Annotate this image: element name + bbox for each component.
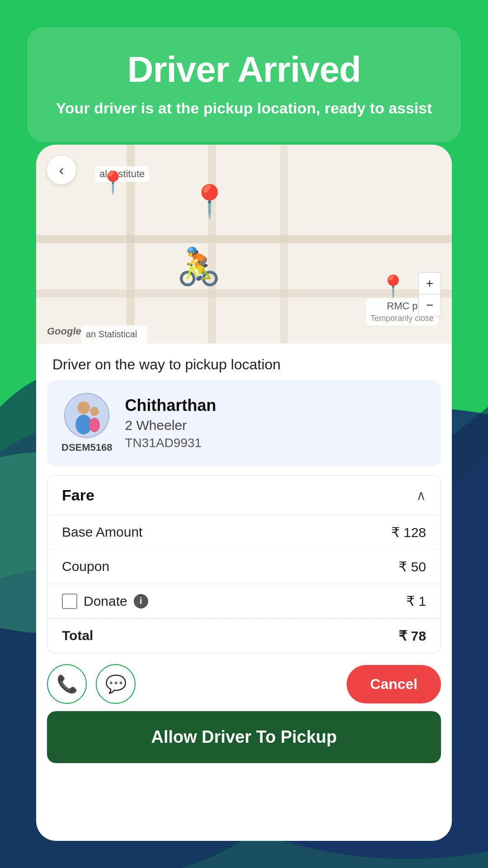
google-logo: Google [47,326,81,337]
back-button[interactable]: ‹ [47,156,76,184]
fare-row-donate: Donate i ₹ 1 [47,584,441,618]
driver-id: DSEM5168 [61,442,113,453]
donate-left: Donate i [62,594,148,609]
donate-checkbox[interactable] [62,594,77,609]
fare-title: Fare [62,486,94,504]
driver-map-figure: 🚴 [176,249,221,285]
donate-value: ₹ 1 [406,593,426,609]
fare-value-base: ₹ 128 [391,524,426,540]
fare-header: Fare ∧ [47,476,441,515]
fare-label-coupon: Coupon [62,559,109,575]
zoom-in-button[interactable]: + [419,273,441,294]
back-icon: ‹ [59,162,64,179]
status-text: Driver on the way to pickup location [36,344,452,380]
fare-row-coupon: Coupon ₹ 50 [47,550,441,584]
header-card: Driver Arrived Your driver is at the pic… [27,27,461,142]
fare-section: Fare ∧ Base Amount ₹ 128 Coupon ₹ 50 Don… [47,475,441,653]
total-label: Total [62,628,93,644]
message-icon: 💬 [105,674,127,694]
donate-label: Donate [84,594,127,609]
location-pin-left: 📍 [99,172,127,193]
driver-avatar-wrap: DSEM5168 [61,393,113,453]
fare-value-coupon: ₹ 50 [399,559,426,575]
map-area: ‹ al Institute an Statisticalhennai Cent… [36,145,452,344]
fare-label-base: Base Amount [62,524,142,540]
fare-chevron-icon[interactable]: ∧ [416,487,426,503]
header-subtitle: Your driver is at the pickup location, r… [54,98,434,119]
header-title: Driver Arrived [54,50,434,90]
cancel-button[interactable]: Cancel [347,665,441,703]
contact-buttons: 📞 💬 [47,664,136,704]
driver-info-card: DSEM5168 Chitharthan 2 Wheeler TN31AD993… [47,380,441,466]
driver-vehicle: 2 Wheeler [125,418,427,433]
fare-row-base: Base Amount ₹ 128 [47,515,441,550]
driver-avatar [64,393,109,438]
message-button[interactable]: 💬 [96,664,136,704]
total-value: ₹ 78 [399,628,426,644]
svg-point-8 [89,418,100,432]
phone-icon: 📞 [56,674,78,694]
driver-name: Chitharthan [125,396,427,415]
destination-pin: 📍 [190,185,229,217]
donate-info-icon[interactable]: i [134,594,148,609]
main-card: ‹ al Institute an Statisticalhennai Cent… [36,145,452,841]
zoom-out-button[interactable]: − [419,294,441,316]
svg-point-7 [90,407,99,416]
location-pin-right: 📍 [380,276,407,297]
action-row: 📞 💬 Cancel [36,653,452,711]
allow-driver-button[interactable]: Allow Driver To Pickup [47,711,441,763]
phone-button[interactable]: 📞 [47,664,87,704]
driver-plate: TN31AD9931 [125,436,427,450]
map-label-statistical: an Statisticalhennai Centreஇந்தியபுள்ளிய… [81,326,147,344]
map-zoom-controls: + − [418,272,441,316]
driver-details: Chitharthan 2 Wheeler TN31AD9931 [125,396,427,450]
svg-point-5 [77,401,90,414]
fare-row-total: Total ₹ 78 [47,618,441,653]
